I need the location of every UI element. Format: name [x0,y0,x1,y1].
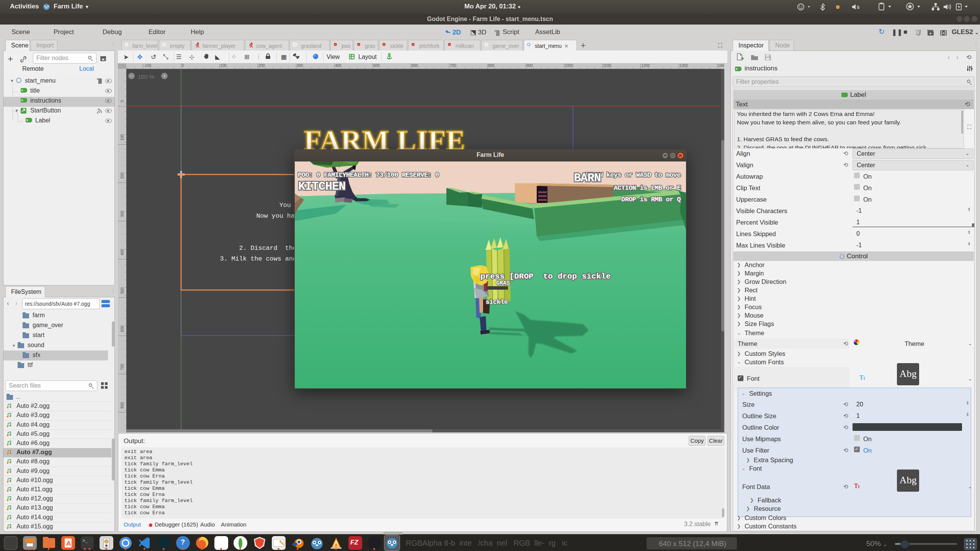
svg-text:S: S [857,5,859,10]
svg-text:GRAS: GRAS [496,280,510,287]
svg-text:KITCHEN: KITCHEN [298,180,345,193]
svg-text:sickle: sickle [486,299,508,306]
svg-text:press [DROP to drop sickle: press [DROP to drop sickle [480,272,611,281]
svg-text:ACTION is LMB or E: ACTION is LMB or E [614,184,681,192]
svg-text:POO: 0 FAMILYHEALTH: 73/100 RE: POO: 0 FAMILYHEALTH: 73/100 RESERVE: 0 [298,171,439,179]
svg-text:BARN: BARN [574,171,601,185]
svg-text:DROP is RMB or Q: DROP is RMB or Q [621,196,681,203]
